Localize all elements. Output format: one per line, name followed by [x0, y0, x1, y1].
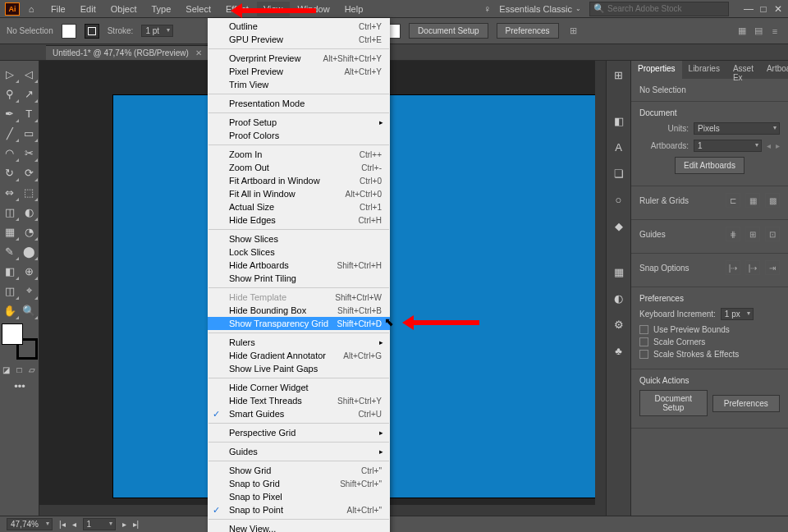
view-menu-snap-to-grid[interactable]: Snap to GridShift+Ctrl+" — [208, 477, 390, 490]
workspace-switcher[interactable]: Essentials Classic⌄ — [499, 4, 581, 14]
fill-swatch[interactable] — [62, 24, 76, 39]
view-menu-outline[interactable]: OutlineCtrl+Y — [208, 20, 390, 33]
scale-corners-checkbox[interactable]: Scale Corners — [639, 337, 780, 346]
rail-icon-2[interactable]: A — [610, 138, 628, 156]
tool-12-0[interactable]: ✋ — [0, 300, 20, 320]
qa-document-setup-button[interactable]: Document Setup — [639, 390, 708, 416]
tool-8-1[interactable]: ◔ — [20, 222, 39, 241]
view-menu-smart-guides[interactable]: ✓Smart GuidesCtrl+U — [208, 407, 390, 420]
rail-icon-1[interactable]: ◧ — [610, 112, 628, 130]
tool-4-1[interactable]: ✂ — [20, 143, 39, 163]
tool-1-0[interactable]: ⚲ — [0, 84, 20, 103]
edit-artboards-button[interactable]: Edit Artboards — [675, 157, 744, 174]
view-menu-lock-slices[interactable]: Lock Slices — [208, 245, 390, 259]
panel-tab-libraries[interactable]: Libraries — [682, 61, 726, 79]
tool-10-1[interactable]: ⊕ — [20, 261, 39, 281]
align-icon[interactable]: ⊞ — [567, 25, 580, 38]
guides-icon-1[interactable]: ⋕ — [726, 227, 740, 241]
tool-6-1[interactable]: ⬚ — [20, 182, 39, 202]
tool-3-1[interactable]: ▭ — [20, 123, 39, 143]
snap-icon-3[interactable]: ⇥ — [765, 260, 780, 275]
units-select[interactable]: Pixels — [694, 122, 780, 135]
grid-icon[interactable]: ▦ — [735, 25, 749, 38]
artboards-select[interactable]: 1 — [694, 140, 762, 152]
view-menu-zoom-in[interactable]: Zoom InCtrl++ — [208, 148, 390, 161]
minimize-icon[interactable]: — — [744, 4, 754, 14]
view-menu-hide-artboards[interactable]: Hide ArtboardsShift+Ctrl+H — [208, 259, 390, 272]
view-menu-proof-colors[interactable]: Proof Colors — [208, 129, 390, 142]
view-menu-fit-artboard-in-window[interactable]: Fit Artboard in WindowCtrl+0 — [208, 174, 390, 187]
menu-icon[interactable]: ≡ — [768, 25, 781, 38]
prev-artboard-icon[interactable]: ◂ — [767, 141, 771, 150]
rail-icon-3[interactable]: ❏ — [610, 164, 628, 182]
view-menu-pixel-preview[interactable]: Pixel PreviewAlt+Ctrl+Y — [208, 65, 390, 78]
qa-preferences-button[interactable]: Preferences — [712, 395, 781, 412]
stroke-weight[interactable]: 1 pt — [141, 25, 173, 37]
view-menu-snap-to-point[interactable]: ✓Snap to PointAlt+Ctrl+" — [208, 503, 390, 516]
view-menu-proof-setup[interactable]: Proof Setup — [208, 116, 390, 129]
rail-icon-4[interactable]: ○ — [610, 190, 628, 209]
bulb-icon[interactable]: ♀ — [483, 3, 491, 15]
snap-icon-2[interactable]: |⇢ — [745, 260, 760, 275]
guides-icon-3[interactable]: ⊡ — [765, 227, 780, 241]
menu-file[interactable]: File — [44, 2, 72, 16]
keyboard-increment-input[interactable]: 1 px — [721, 308, 754, 320]
menu-object[interactable]: Object — [104, 2, 144, 16]
tool-2-0[interactable]: ✒ — [0, 103, 20, 123]
view-menu-presentation-mode[interactable]: Presentation Mode — [208, 97, 390, 110]
view-menu-overprint-preview[interactable]: Overprint PreviewAlt+Shift+Ctrl+Y — [208, 52, 390, 65]
preferences-button[interactable]: Preferences — [497, 23, 559, 39]
view-menu-hide-gradient-annotator[interactable]: Hide Gradient AnnotatorAlt+Ctrl+G — [208, 349, 390, 362]
guides-icon-2[interactable]: ⊞ — [745, 227, 760, 241]
tool-3-0[interactable]: ╱ — [0, 123, 20, 143]
tool-2-1[interactable]: T — [20, 103, 39, 123]
tool-0-0[interactable]: ▷ — [0, 64, 20, 84]
rail-icon-0[interactable]: ⊞ — [610, 66, 628, 84]
tool-1-1[interactable]: ↗ — [20, 84, 39, 103]
use-preview-bounds-checkbox[interactable]: Use Preview Bounds — [639, 325, 780, 334]
view-menu-show-transparency-grid[interactable]: Show Transparency GridShift+Ctrl+D — [208, 317, 390, 330]
view-menu-perspective-grid[interactable]: Perspective Grid — [208, 426, 390, 439]
view-menu-hide-corner-widget[interactable]: Hide Corner Widget — [208, 381, 390, 394]
view-menu-show-grid[interactable]: Show GridCtrl+" — [208, 464, 390, 477]
close-icon[interactable]: ✕ — [773, 4, 783, 14]
view-menu-fit-all-in-window[interactable]: Fit All in WindowAlt+Ctrl+0 — [208, 187, 390, 200]
view-menu-show-print-tiling[interactable]: Show Print Tiling — [208, 272, 390, 285]
tool-0-1[interactable]: ◁ — [20, 64, 39, 84]
view-menu-show-live-paint-gaps[interactable]: Show Live Paint Gaps — [208, 362, 390, 375]
view-menu-guides[interactable]: Guides — [208, 445, 390, 458]
rail-icon-7[interactable]: ◐ — [610, 289, 628, 307]
view-menu-gpu-preview[interactable]: GPU PreviewCtrl+E — [208, 33, 390, 46]
tool-5-1[interactable]: ⟳ — [20, 163, 39, 182]
tab-close-icon[interactable]: ✕ — [195, 48, 202, 57]
view-menu-show-slices[interactable]: Show Slices — [208, 232, 390, 245]
rail-icon-9[interactable]: ♣ — [610, 342, 628, 360]
rail-icon-6[interactable]: ▦ — [610, 263, 628, 281]
document-setup-button[interactable]: Document Setup — [409, 23, 488, 39]
menu-select[interactable]: Select — [179, 2, 218, 16]
tool-7-1[interactable]: ◐ — [20, 202, 39, 222]
tool-9-0[interactable]: ✎ — [0, 241, 20, 261]
view-menu-new-view-[interactable]: New View... — [208, 522, 390, 532]
grid-toggle-icon[interactable]: ▦ — [745, 193, 760, 208]
zoom-level[interactable]: 47,74% — [7, 518, 53, 530]
tool-4-0[interactable]: ◠ — [0, 143, 20, 163]
menu-type[interactable]: Type — [145, 2, 178, 16]
artboard-nav-next-icon[interactable]: ▸ — [122, 520, 126, 529]
view-menu-rulers[interactable]: Rulers — [208, 336, 390, 349]
panel-tab-artboar[interactable]: Artboar — [760, 61, 788, 79]
color-mode[interactable]: □ — [13, 363, 26, 376]
tool-11-1[interactable]: ⌖ — [20, 281, 39, 300]
transparency-grid-icon[interactable]: ▩ — [765, 193, 780, 208]
view-menu-hide-bounding-box[interactable]: Hide Bounding BoxShift+Ctrl+B — [208, 304, 390, 317]
tool-7-0[interactable]: ◫ — [0, 202, 20, 222]
artboard-nav-first-icon[interactable]: |◂ — [59, 520, 66, 529]
rail-icon-8[interactable]: ⚙ — [610, 315, 628, 333]
view-menu-zoom-out[interactable]: Zoom OutCtrl+- — [208, 161, 390, 174]
ruler-icon[interactable]: ⊏ — [726, 193, 740, 208]
view-menu-actual-size[interactable]: Actual SizeCtrl+1 — [208, 200, 390, 213]
snap-icon[interactable]: ▤ — [752, 25, 765, 38]
tool-6-0[interactable]: ⇔ — [0, 182, 20, 202]
snap-icon-1[interactable]: |⇢ — [726, 260, 740, 275]
home-icon[interactable]: ⌂ — [25, 2, 38, 16]
